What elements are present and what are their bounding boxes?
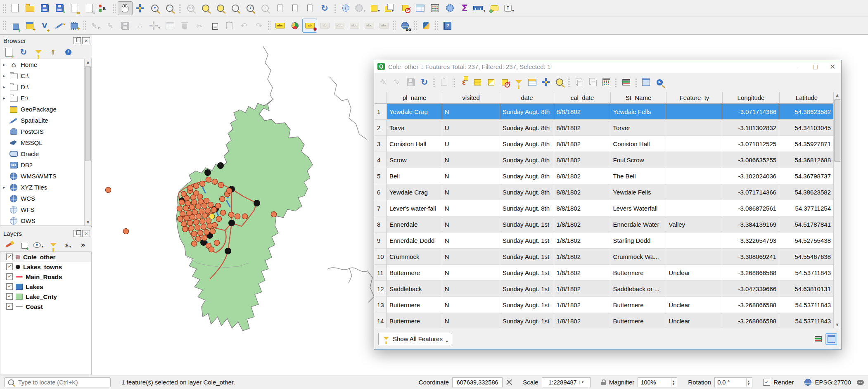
layer-visibility-checkbox[interactable]: ✓ [6, 254, 13, 260]
new-spatialite-layer-button[interactable]: + [52, 19, 67, 33]
row-number[interactable]: 14 [375, 313, 387, 328]
scrollbar-thumb[interactable] [834, 99, 840, 162]
form-view-button[interactable] [812, 333, 824, 345]
column-header-latitude[interactable]: Latitude [780, 92, 834, 104]
toolbar-grip[interactable] [3, 3, 6, 13]
close-button[interactable]: × [824, 60, 841, 73]
layer-visibility-checkbox[interactable]: ✓ [6, 293, 13, 300]
dock-attribute-table-button[interactable] [639, 76, 653, 89]
paste-features-button[interactable] [222, 19, 237, 33]
cell-feature-ty[interactable] [666, 104, 722, 120]
zoom-native-button[interactable]: 1:1 [183, 1, 198, 15]
add-group-button[interactable] [17, 239, 30, 251]
new-geopackage-layer-button[interactable]: + [22, 19, 37, 33]
cell-st-name[interactable]: Crummock Wa... [610, 249, 666, 265]
cell-pl-name[interactable]: Crummock [387, 249, 442, 265]
cell-longitude[interactable]: -3.268866588 [722, 265, 779, 281]
expand-arrow-icon[interactable]: ▸ [2, 96, 7, 100]
add-selected-layers-button[interactable]: + [2, 46, 15, 58]
cell-feature-ty[interactable]: Valley [666, 216, 722, 232]
cell-pl-name[interactable]: Saddleback [387, 281, 442, 297]
style-manager-button[interactable]: a [97, 1, 111, 15]
row-number[interactable]: 3 [375, 136, 387, 152]
cell-feature-ty[interactable] [666, 281, 722, 297]
render-checkbox[interactable]: ✓ [763, 379, 770, 386]
toolbar-grip[interactable] [3, 21, 6, 31]
new-spatial-bookmark-button[interactable]: + [273, 1, 287, 15]
table-row[interactable]: 8EnnerdaleNSunday Augt. 1st1/8/1802Enner… [375, 216, 834, 232]
cell-visited[interactable]: U [442, 120, 500, 136]
properties-widget-button[interactable]: i [62, 46, 74, 58]
spinner-buttons[interactable]: ▲▼ [746, 378, 750, 387]
browser-item-geopackage[interactable]: GeoPackage [0, 104, 85, 115]
layer-diagram-options-button[interactable] [287, 19, 302, 33]
cell-latitude[interactable]: 54.36798737 [779, 168, 834, 184]
toggle-editing-mode-button[interactable]: ✎ [377, 76, 390, 89]
cell-latitude[interactable]: 54.51787841 [779, 216, 834, 232]
save-layer-edits-button[interactable] [118, 19, 133, 33]
scroll-up-icon[interactable]: ▲ [85, 59, 91, 65]
cell-visited[interactable]: N [442, 184, 500, 200]
cell-st-name[interactable]: Foul Scrow [610, 152, 666, 168]
help-button[interactable]: ? [440, 19, 455, 33]
cell-longitude[interactable]: -3.102024036 [722, 168, 779, 184]
cell-latitude[interactable]: 54.38623582 [779, 104, 834, 120]
new-virtual-layer-button[interactable]: + [67, 19, 82, 33]
show-spatial-bookmarks-button[interactable]: + [287, 1, 302, 15]
browser-float-button[interactable] [73, 37, 81, 44]
select-by-value-button[interactable]: ▾ [383, 1, 398, 15]
cell-visited[interactable]: N [442, 200, 500, 216]
expand-arrow-icon[interactable]: ▸ [2, 63, 7, 67]
filter-by-expression-button[interactable]: ε▾ [62, 239, 74, 251]
select-by-expression-button[interactable]: ε [457, 76, 471, 89]
minimize-button[interactable]: – [789, 60, 806, 73]
show-layout-manager-button[interactable]: ✎ [82, 1, 97, 15]
browser-item-xyz-tiles[interactable]: ▸XYZ Tiles [0, 182, 85, 193]
reload-table-button[interactable]: ↻ [417, 76, 431, 89]
row-number[interactable]: 13 [375, 297, 387, 313]
cell-latitude[interactable]: 54.53711843 [779, 313, 834, 328]
cell-feature-ty[interactable] [666, 249, 722, 265]
browser-item-db2[interactable]: DB2DB2 [0, 159, 85, 171]
table-row[interactable]: 11ButtermereNSunday Augt. 1st1/8/1802But… [375, 265, 834, 281]
identify-features-button[interactable]: i [338, 1, 353, 15]
table-row[interactable]: 13ButtermereNSunday Augt. 1st1/8/1802But… [375, 297, 834, 313]
layer-item-main-roads[interactable]: ✓Main_Roads [0, 272, 91, 282]
cell-feature-ty[interactable]: Unclear [666, 297, 722, 313]
cell-longitude[interactable]: -3.308069241 [722, 249, 779, 265]
cell-pl-name[interactable]: Buttermere [387, 265, 442, 281]
cell-date[interactable]: Sunday Augt. 8th [500, 168, 554, 184]
cell-cal-date[interactable]: 8/8/1802 [554, 152, 611, 168]
cell-pl-name[interactable]: Yewdale Crag [387, 104, 442, 120]
select-all-button[interactable] [471, 76, 484, 89]
cell-st-name[interactable]: Starling Dodd [610, 232, 666, 249]
cell-st-name[interactable]: Yewdale Fells [610, 184, 666, 200]
cell-visited[interactable]: N [442, 313, 500, 328]
table-row[interactable]: 12SaddlebackNSunday Augt. 1st1/8/1802Sad… [375, 281, 834, 297]
layer-item-lake-cnty[interactable]: ✓Lake_Cnty [0, 292, 91, 301]
cell-date[interactable]: Sunday Augt. 1st [500, 216, 554, 232]
table-row[interactable]: 1Yewdale CragNSunday Augt. 8th8/8/1802Ye… [375, 104, 834, 120]
toggle-editing-button[interactable]: ✎ [103, 19, 118, 33]
dialog-titlebar[interactable]: Q Cole_other :: Features Total: 237, Fil… [374, 60, 841, 73]
new-shapefile-layer-button[interactable]: V+ [37, 19, 52, 33]
cell-latitude[interactable]: 54.52755438 [779, 232, 834, 249]
table-row[interactable]: 10CrummockNSunday Augt. 1st1/8/1802Crumm… [375, 249, 834, 265]
cell-longitude[interactable]: -3.047339666 [722, 281, 779, 297]
layer-visibility-checkbox[interactable]: ✓ [6, 283, 13, 290]
cell-longitude[interactable]: -3.086872561 [722, 200, 779, 216]
cell-longitude[interactable]: -3.322654793 [722, 232, 779, 249]
table-row[interactable]: 5BellNSunday Augt. 8th8/8/1802The Bell-3… [375, 168, 834, 184]
cell-cal-date[interactable]: 1/8/1802 [554, 216, 611, 232]
cell-visited[interactable]: N [442, 232, 500, 249]
cell-latitude[interactable]: 54.63810131 [779, 281, 834, 297]
cell-date[interactable]: Sunday Augt. 1st [500, 281, 554, 297]
cell-feature-ty[interactable] [666, 232, 722, 249]
cell-longitude[interactable]: -3.086635255 [722, 152, 779, 168]
cell-visited[interactable]: U [442, 136, 500, 152]
invert-selection-button[interactable] [484, 76, 498, 89]
measure-button[interactable]: ▾ [472, 1, 487, 15]
cell-latitude[interactable]: 54.37711254 [779, 200, 834, 216]
cell-latitude[interactable]: 54.53711843 [779, 265, 834, 281]
cell-feature-ty[interactable] [666, 152, 722, 168]
